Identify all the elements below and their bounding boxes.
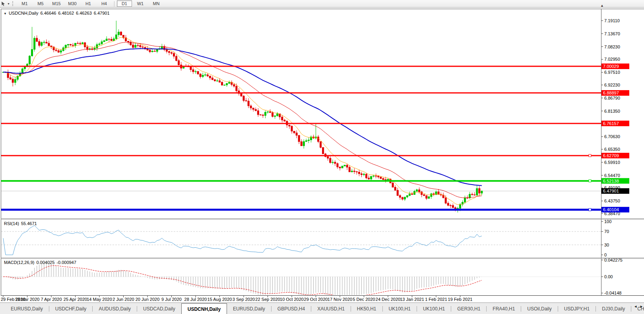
date-tick-label: 13 Jan 2021 [400, 297, 424, 302]
chart-scroll-marker-icon[interactable]: ▲ [600, 4, 604, 8]
macd-tick-label: -0.04148 [604, 291, 621, 295]
tab-uk100-h1[interactable]: UK100,H1 [383, 303, 417, 314]
price-tick-label: 6.86790 [604, 96, 620, 100]
date-tick-label: 28 Jul 2020 [184, 297, 207, 302]
tab-audusd-daily[interactable]: AUDUSD,Daily [93, 303, 137, 314]
level-price-tag-label: 7.00029 [603, 64, 619, 69]
date-tick-label: 3 Sep 2020 [233, 297, 255, 302]
tab-uk100-h1[interactable]: UK100,H1 [417, 303, 451, 314]
level-price-tag-label: 6.52138 [603, 179, 619, 183]
ma-slow-line [3, 49, 482, 186]
date-tick-label: 17 Nov 2020 [328, 297, 352, 302]
date-tick-label: 19 Feb 2021 [448, 297, 473, 302]
level-price-tag-label: 6.40104 [603, 207, 619, 212]
price-tick-label: 6.59910 [604, 160, 620, 165]
price-tick-label: 7.13670 [604, 31, 620, 36]
tab-usoil-daily[interactable]: USOil,Daily [521, 303, 557, 314]
date-tick-label: 2 Jun 2020 [113, 297, 134, 302]
price-tick-label: 6.43750 [604, 198, 620, 203]
tab-scroll-left-icon[interactable]: ◄ [634, 304, 637, 308]
tab-dj30-daily[interactable]: DJ30,Daily [596, 303, 631, 314]
tab-xauusd-h1[interactable]: XAUUSD,H1 [311, 303, 351, 314]
current-price-tag-label: 6.47901 [603, 189, 619, 193]
price-tick-label: 6.65350 [604, 147, 620, 152]
rsi-name: RSI(14) [4, 221, 19, 226]
macd-indicator-label: MACD(12,26,9)0.004025-0.000947 [4, 260, 76, 265]
level-handle[interactable] [589, 208, 591, 211]
tab-usdcad-daily[interactable]: USDCAD,Daily [137, 303, 181, 314]
tab-usdjpy-h1[interactable]: USDJPY,H1 [558, 303, 596, 314]
level-price-tag-label: 6.88897 [603, 91, 619, 95]
date-tick-label: 25 Apr 2020 [64, 297, 87, 302]
candlestick-series [2, 21, 483, 212]
level-handle[interactable] [589, 180, 591, 182]
price-tick-label: 6.92230 [604, 83, 620, 87]
tab-usdcnh-daily[interactable]: USDCNH,Daily [181, 303, 227, 314]
chart-title: ▼USDCNH,Daily6.466466.481626.462636.4790… [4, 11, 110, 15]
macd-name: MACD(12,26,9) [4, 260, 34, 265]
date-tick-label: 20 Jun 2020 [136, 297, 160, 302]
tab-ger30-h1[interactable]: GER30,H1 [451, 303, 486, 314]
chart-canvas[interactable]: 7.191107.136707.082307.029506.975106.922… [0, 0, 644, 314]
date-tick-label: 29 Oct 2020 [304, 297, 328, 302]
ohlc-close-value: 6.47901 [94, 11, 110, 15]
date-tick-label: 10 Oct 2020 [280, 297, 304, 302]
level-handle[interactable] [589, 154, 591, 157]
tab-hk50-h1[interactable]: HK50,H1 [351, 303, 382, 314]
tab-scroll-right-icon[interactable]: ► [640, 304, 643, 308]
macd-signal-value: -0.000947 [56, 260, 76, 265]
mt4-window: ▼ M1M5M15M30H1H4D1W1MN 7.191107.136707.0… [0, 0, 644, 314]
rsi-indicator-label: RSI(14)55.4671 [4, 221, 37, 226]
tab-gbpusd-h4[interactable]: GBPUSD,H4 [272, 303, 311, 314]
rsi-tick-label: 100 [604, 219, 611, 224]
date-tick-label: 9 Jul 2020 [161, 297, 182, 302]
ohlc-low-value: 6.46263 [76, 11, 92, 15]
rsi-tick-label: 30 [604, 243, 609, 247]
tab-fra40-h1[interactable]: FRA40,H1 [487, 303, 521, 314]
rsi-line [3, 225, 482, 255]
tab-eurusd-daily[interactable]: EURUSD,Daily [227, 303, 271, 314]
symbol-tab-bar: EURUSD,DailyUSDCHF,DailyAUDUSD,DailyUSDC… [0, 302, 644, 314]
date-tick-label: 14 May 2020 [87, 297, 112, 302]
chart-dropdown-icon[interactable]: ▼ [4, 12, 7, 15]
rsi-tick-label: 0 [604, 252, 607, 257]
rsi-tick-label: 70 [604, 229, 609, 234]
tab-usdchf-daily[interactable]: USDCHF,Daily [49, 303, 93, 314]
date-tick-label: 7 Apr 2020 [41, 297, 62, 302]
price-tick-label: 7.19110 [604, 18, 620, 23]
rsi-value: 55.4671 [21, 221, 37, 226]
price-tick-label: 6.97510 [604, 70, 620, 75]
date-tick-label: 1 Feb 2021 [425, 297, 447, 302]
ohlc-high-value: 6.48162 [58, 11, 74, 15]
macd-tick-label: 0.00 [604, 274, 613, 279]
date-tick-label: 19 Mar 2020 [15, 297, 40, 302]
macd-tick-label: 0.042275 [604, 258, 623, 262]
macd-main-value: 0.004025 [36, 260, 54, 265]
ma-fast-line [3, 37, 482, 205]
price-tick-label: 6.70630 [604, 134, 620, 139]
ma-mid-line [3, 42, 482, 198]
price-tick-label: 6.81350 [604, 109, 620, 114]
chart-symbol-label: USDCNH,Daily [9, 11, 39, 15]
price-tick-label: 6.54470 [604, 173, 620, 178]
level-price-tag-label: 6.62709 [603, 153, 619, 158]
tab-eurusd-daily[interactable]: EURUSD,Daily [5, 303, 49, 314]
macd-signal-line [3, 266, 482, 297]
price-tick-label: 7.02950 [604, 57, 620, 62]
macd-histogram [3, 263, 482, 297]
date-tick-label: 22 Sep 2020 [255, 297, 280, 302]
price-tick-label: 7.08230 [604, 44, 620, 49]
date-tick-label: 24 Dec 2020 [376, 297, 400, 302]
level-price-tag-label: 6.76157 [603, 121, 619, 126]
ohlc-open-value: 6.46646 [40, 11, 56, 15]
date-tick-label: 5 Dec 2020 [353, 297, 375, 302]
tab-scroll-buttons: ◄ ► [634, 304, 643, 308]
date-tick-label: 15 Aug 2020 [208, 297, 232, 302]
